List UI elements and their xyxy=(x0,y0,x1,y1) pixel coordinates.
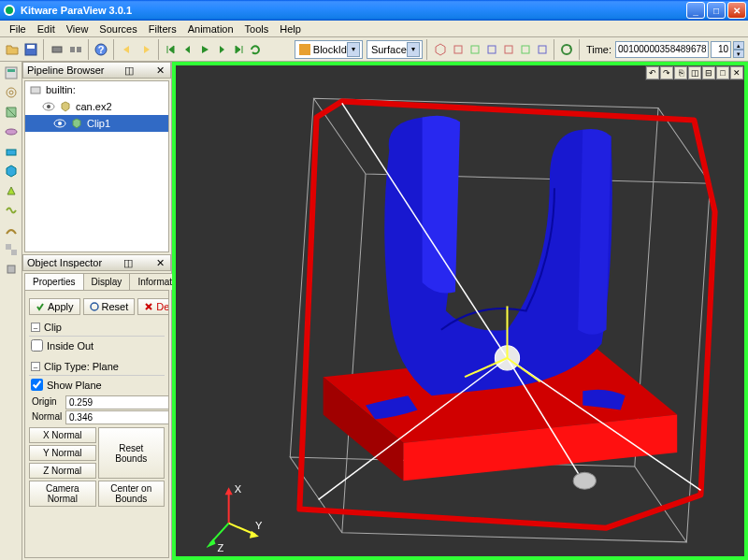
camera-nx-button[interactable] xyxy=(501,39,516,60)
tab-display[interactable]: Display xyxy=(83,273,131,290)
inspector-close-button[interactable]: ✕ xyxy=(154,257,166,269)
redo-button[interactable] xyxy=(137,39,154,60)
color-by-combo[interactable]: BlockId ▾ xyxy=(295,40,363,59)
delete-button[interactable]: Delete xyxy=(137,298,169,315)
svg-rect-24 xyxy=(11,250,17,255)
tree-root[interactable]: builtin: xyxy=(25,81,168,98)
extract-group-icon[interactable] xyxy=(2,260,21,279)
normal-x-input[interactable] xyxy=(65,410,169,424)
apply-button[interactable]: Apply xyxy=(29,298,80,315)
svg-rect-4 xyxy=(52,47,62,52)
inspector-undock-button[interactable]: ◫ xyxy=(122,257,135,269)
view-undo-button[interactable]: ↶ xyxy=(646,66,659,79)
timestep-down-button[interactable]: ▾ xyxy=(733,50,744,58)
camera-nz-button[interactable] xyxy=(535,39,550,60)
save-button[interactable] xyxy=(22,39,39,60)
close-button[interactable]: ✕ xyxy=(727,2,746,19)
stream-filter-icon[interactable] xyxy=(2,201,21,220)
clip-type-header[interactable]: – Clip Type: Plane xyxy=(29,358,165,376)
window-title: Kitware ParaView 3.0.1 xyxy=(21,5,686,16)
svg-rect-6 xyxy=(77,47,81,52)
connect-button[interactable] xyxy=(49,39,65,60)
tree-item-source[interactable]: can.ex2 xyxy=(25,98,168,115)
glyph-filter-icon[interactable] xyxy=(2,181,21,200)
camera-normal-button[interactable]: Camera Normal xyxy=(29,481,96,507)
menu-tools[interactable]: Tools xyxy=(239,22,275,36)
tree-item-filter[interactable]: Clip1 xyxy=(25,115,168,132)
origin-label: Origin xyxy=(29,395,65,409)
view-max-button[interactable]: □ xyxy=(716,66,729,79)
tab-properties[interactable]: Properties xyxy=(24,273,84,290)
vcr-prev-button[interactable] xyxy=(180,39,195,60)
camera-ny-button[interactable] xyxy=(518,39,533,60)
menu-edit[interactable]: Edit xyxy=(32,22,61,36)
threshold-filter-icon[interactable] xyxy=(2,142,21,161)
view-close-button[interactable]: ✕ xyxy=(730,66,743,79)
x-normal-button[interactable]: X Normal xyxy=(29,427,96,443)
camera-z-button[interactable] xyxy=(484,39,499,60)
minimize-button[interactable]: _ xyxy=(686,2,705,19)
data-icon xyxy=(59,100,72,113)
vcr-first-button[interactable] xyxy=(164,39,179,60)
viewport-toolbar: ↶ ↷ ⎘ ◫ ⊟ □ ✕ xyxy=(645,65,744,80)
camera-x-button[interactable] xyxy=(451,39,466,60)
view-redo-button[interactable]: ↷ xyxy=(660,66,673,79)
collapse-icon: – xyxy=(31,362,40,371)
left-panel: Pipeline Browser ◫ ✕ builtin: can.ex2 Cl… xyxy=(22,62,172,560)
show-plane-checkbox[interactable]: Show Plane xyxy=(29,376,165,394)
y-normal-button[interactable]: Y Normal xyxy=(29,445,96,461)
vcr-last-button[interactable] xyxy=(231,39,246,60)
extract-filter-icon[interactable] xyxy=(2,162,21,180)
svg-text:?: ? xyxy=(98,44,105,55)
maximize-button[interactable]: □ xyxy=(707,2,726,19)
menu-sources[interactable]: Sources xyxy=(94,22,142,36)
origin-x-input[interactable] xyxy=(65,395,169,409)
render-view[interactable]: ↶ ↷ ⎘ ◫ ⊟ □ ✕ xyxy=(172,62,748,560)
slice-filter-icon[interactable] xyxy=(2,122,21,141)
pipeline-header: Pipeline Browser ◫ ✕ xyxy=(22,62,171,79)
view-link-button[interactable]: ⎘ xyxy=(674,66,687,79)
group-filter-icon[interactable] xyxy=(2,240,21,259)
clip-filter-icon[interactable] xyxy=(2,103,21,122)
reset-button[interactable]: Reset xyxy=(83,298,136,315)
view-split-v-button[interactable]: ⊟ xyxy=(702,66,715,79)
reset-camera-button[interactable] xyxy=(558,39,575,60)
pipeline-close-button[interactable]: ✕ xyxy=(154,65,166,77)
render-canvas: X Y Z xyxy=(176,65,744,556)
help-button[interactable]: ? xyxy=(93,39,109,60)
svg-rect-5 xyxy=(70,47,75,52)
timestep-input[interactable] xyxy=(711,41,731,58)
menu-help[interactable]: Help xyxy=(274,22,307,36)
camera-iso-button[interactable] xyxy=(432,39,449,60)
undo-button[interactable] xyxy=(119,39,136,60)
contour-filter-icon[interactable] xyxy=(2,83,21,102)
svg-rect-3 xyxy=(27,45,35,49)
svg-point-35 xyxy=(573,472,596,489)
vcr-next-button[interactable] xyxy=(214,39,229,60)
app-icon xyxy=(2,3,17,18)
time-input[interactable] xyxy=(615,41,709,58)
camera-y-button[interactable] xyxy=(468,39,482,60)
pipeline-undock-button[interactable]: ◫ xyxy=(122,65,136,77)
reset-bounds-button[interactable]: Reset Bounds xyxy=(98,427,165,479)
menu-filters[interactable]: Filters xyxy=(143,22,182,36)
inside-out-checkbox[interactable]: Inside Out xyxy=(29,337,165,354)
clip-group-header[interactable]: – Clip xyxy=(29,319,165,337)
open-button[interactable] xyxy=(4,39,21,60)
menu-animation[interactable]: Animation xyxy=(182,22,239,36)
timestep-up-button[interactable]: ▴ xyxy=(733,41,744,50)
calculator-filter-icon[interactable] xyxy=(2,64,21,82)
inspector-title: Object Inspector xyxy=(27,257,102,268)
svg-rect-10 xyxy=(454,46,462,53)
pipeline-tree[interactable]: builtin: can.ex2 Clip1 xyxy=(24,80,169,252)
disconnect-button[interactable] xyxy=(67,39,84,60)
representation-combo[interactable]: Surface ▾ xyxy=(367,40,423,59)
center-on-bounds-button[interactable]: Center on Bounds xyxy=(98,481,165,507)
vcr-play-button[interactable] xyxy=(197,39,212,60)
menu-file[interactable]: File xyxy=(4,22,32,36)
view-split-h-button[interactable]: ◫ xyxy=(688,66,701,79)
vcr-loop-button[interactable] xyxy=(248,39,263,60)
menu-view[interactable]: View xyxy=(61,22,94,36)
z-normal-button[interactable]: Z Normal xyxy=(29,463,96,479)
warp-filter-icon[interactable] xyxy=(2,221,21,239)
